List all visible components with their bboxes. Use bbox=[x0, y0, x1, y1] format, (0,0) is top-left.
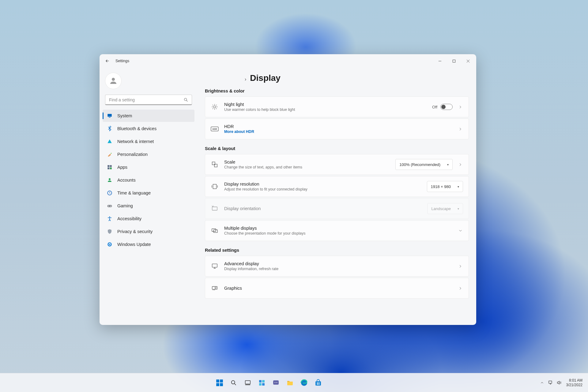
tray-network[interactable] bbox=[547, 377, 555, 389]
scale-title: Scale bbox=[224, 160, 302, 164]
minimize-button[interactable] bbox=[433, 56, 447, 66]
scale-dropdown[interactable]: 100% (Recommended) ▾ bbox=[395, 159, 453, 170]
apps-icon bbox=[106, 164, 113, 171]
gaming-icon bbox=[106, 202, 113, 209]
resolution-card[interactable]: Display resolution Adjust the resolution… bbox=[205, 176, 469, 197]
hdr-card[interactable]: HDR HDR More about HDR bbox=[205, 119, 469, 139]
sidebar-item-label: Gaming bbox=[117, 203, 133, 208]
section-title-scale: Scale & layout bbox=[205, 146, 469, 151]
tray-overflow[interactable] bbox=[538, 377, 546, 389]
svg-rect-5 bbox=[107, 165, 109, 167]
user-avatar bbox=[105, 73, 122, 89]
advanced-display-card[interactable]: Advanced display Display information, re… bbox=[205, 256, 469, 277]
hdr-icon: HDR bbox=[211, 125, 219, 133]
resolution-dropdown[interactable]: 1918 × 980 ▾ bbox=[427, 181, 463, 192]
sidebar-item-system[interactable]: System bbox=[103, 110, 194, 122]
back-button[interactable] bbox=[103, 57, 111, 65]
taskbar-edge[interactable] bbox=[298, 377, 310, 389]
resolution-title: Display resolution bbox=[224, 182, 307, 187]
update-icon bbox=[106, 241, 113, 248]
svg-point-40 bbox=[275, 382, 276, 383]
sidebar-item-label: Accounts bbox=[117, 178, 136, 183]
graphics-card[interactable]: Graphics bbox=[205, 278, 469, 299]
chevron-up-icon bbox=[540, 381, 544, 385]
chevron-down-icon: ▾ bbox=[458, 185, 459, 188]
multiple-displays-title: Multiple displays bbox=[224, 226, 305, 231]
tray-clock[interactable]: 8:01 AM 3/21/2022 bbox=[564, 378, 585, 387]
sidebar-item-time[interactable]: Time & language bbox=[103, 187, 194, 199]
section-title-related: Related settings bbox=[205, 248, 469, 253]
sidebar-item-label: Privacy & security bbox=[117, 229, 153, 234]
svg-point-41 bbox=[277, 382, 277, 383]
toggle-pill-icon bbox=[440, 104, 453, 110]
sidebar-item-apps[interactable]: Apps bbox=[103, 161, 194, 173]
sidebar-item-update[interactable]: Windows Update bbox=[103, 238, 194, 251]
system-tray: 8:01 AM 3/21/2022 bbox=[538, 377, 588, 389]
svg-rect-7 bbox=[107, 168, 109, 169]
app-title: Settings bbox=[115, 59, 129, 63]
resolution-icon bbox=[211, 183, 219, 190]
multiple-displays-card[interactable]: Multiple displays Choose the presentatio… bbox=[205, 220, 469, 241]
volume-icon bbox=[556, 380, 562, 385]
sidebar-item-gaming[interactable]: Gaming bbox=[103, 200, 194, 212]
page-title: Display bbox=[250, 73, 281, 83]
graphics-icon bbox=[211, 284, 219, 292]
sidebar-item-privacy[interactable]: Privacy & security bbox=[103, 225, 194, 238]
resolution-sub: Adjust the resolution to fit your connec… bbox=[224, 187, 307, 191]
user-avatar-row[interactable] bbox=[101, 70, 196, 92]
maximize-button[interactable] bbox=[447, 56, 461, 66]
svg-rect-4 bbox=[109, 117, 111, 118]
svg-rect-37 bbox=[259, 383, 262, 386]
svg-rect-21 bbox=[213, 184, 217, 189]
breadcrumb-chevron-icon: › bbox=[245, 77, 246, 82]
taskbar-chat[interactable] bbox=[270, 377, 282, 389]
chevron-right-icon bbox=[458, 104, 463, 110]
svg-rect-30 bbox=[216, 383, 219, 386]
tray-date-label: 3/21/2022 bbox=[566, 383, 582, 387]
svg-rect-24 bbox=[213, 230, 217, 232]
search-input[interactable] bbox=[105, 95, 192, 105]
svg-rect-47 bbox=[318, 384, 319, 385]
accounts-icon bbox=[106, 177, 113, 183]
orientation-card: Display orientation Landscape ▾ bbox=[205, 198, 469, 219]
night-light-sub: Use warmer colors to help block blue lig… bbox=[224, 107, 295, 112]
sidebar-item-label: System bbox=[117, 113, 132, 118]
night-light-card[interactable]: Night light Use warmer colors to help bl… bbox=[205, 96, 469, 117]
orientation-title: Display orientation bbox=[224, 206, 261, 211]
svg-point-12 bbox=[111, 205, 111, 206]
widgets-icon bbox=[258, 379, 266, 386]
network-icon bbox=[548, 380, 553, 385]
taskbar-search[interactable] bbox=[228, 377, 239, 389]
taskbar-store[interactable] bbox=[312, 377, 324, 389]
svg-rect-22 bbox=[212, 207, 217, 210]
advanced-display-icon bbox=[211, 262, 219, 270]
network-icon bbox=[106, 138, 113, 145]
orientation-value: Landscape bbox=[431, 206, 451, 211]
taskbar-taskview[interactable] bbox=[242, 377, 254, 389]
night-light-toggle[interactable]: Off bbox=[432, 104, 453, 110]
chevron-down-icon: ▾ bbox=[458, 207, 459, 210]
sidebar-item-accessibility[interactable]: Accessibility bbox=[103, 213, 194, 225]
hdr-title: HDR bbox=[224, 124, 254, 129]
svg-point-1 bbox=[112, 78, 115, 81]
taskbar-widgets[interactable] bbox=[256, 377, 268, 389]
search-button[interactable] bbox=[182, 95, 190, 105]
sidebar-item-network[interactable]: Network & internet bbox=[103, 135, 194, 148]
svg-rect-25 bbox=[212, 264, 217, 267]
sidebar-item-accounts[interactable]: Accounts bbox=[103, 174, 194, 186]
taskbar-file-explorer[interactable] bbox=[284, 377, 296, 389]
start-button[interactable] bbox=[214, 377, 225, 389]
svg-point-32 bbox=[232, 380, 235, 384]
scale-card[interactable]: Scale Change the size of text, apps, and… bbox=[205, 154, 469, 175]
close-button[interactable] bbox=[461, 56, 475, 66]
svg-point-15 bbox=[107, 242, 112, 247]
sidebar-item-bluetooth[interactable]: Bluetooth & devices bbox=[103, 123, 194, 135]
breadcrumb: › Display bbox=[245, 73, 469, 83]
sidebar-item-personalization[interactable]: Personalization bbox=[103, 148, 194, 160]
orientation-dropdown: Landscape ▾ bbox=[427, 203, 463, 214]
tray-volume[interactable] bbox=[555, 377, 563, 389]
personalization-icon bbox=[106, 151, 113, 158]
sidebar-item-label: Apps bbox=[117, 165, 127, 170]
chevron-right-icon bbox=[458, 263, 463, 269]
hdr-link[interactable]: More about HDR bbox=[224, 130, 254, 134]
